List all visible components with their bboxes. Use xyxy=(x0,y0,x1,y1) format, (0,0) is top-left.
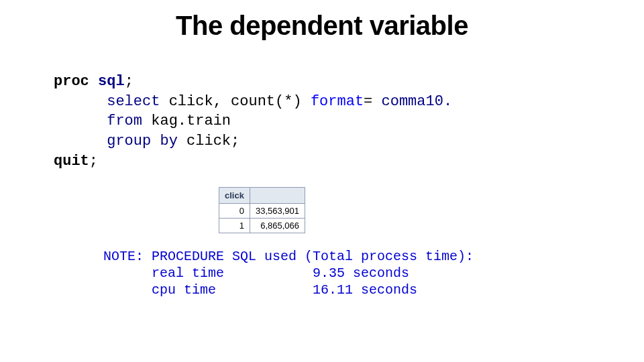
result-table: click 0 33,563,901 1 6,865,066 xyxy=(219,187,305,233)
table-header-row: click xyxy=(219,188,305,204)
log-line: real time 9.35 seconds xyxy=(103,265,409,281)
kw-comma10: comma10. xyxy=(382,93,453,110)
table-header: click xyxy=(219,188,250,204)
table-row: 0 33,563,901 xyxy=(219,204,305,219)
kw-sql: sql xyxy=(98,73,125,90)
indent xyxy=(54,113,107,129)
log-line: cpu time 16.11 seconds xyxy=(103,282,417,298)
table-cell: 6,865,066 xyxy=(250,219,305,233)
kw-format: format xyxy=(311,93,364,110)
table-cell: 0 xyxy=(219,204,250,219)
table-row: 1 6,865,066 xyxy=(219,219,305,233)
code-text: = xyxy=(364,93,381,110)
code-text: click; xyxy=(178,133,239,149)
table-cell: 1 xyxy=(219,219,250,233)
code-text: ; xyxy=(125,73,133,90)
kw-select: select xyxy=(107,93,160,110)
table-cell: 33,563,901 xyxy=(250,204,305,219)
sas-code-block: proc sql; select click, count(*) format=… xyxy=(54,72,644,171)
code-text: click, xyxy=(160,93,231,110)
kw-group: group xyxy=(107,133,151,149)
code-text: ; xyxy=(89,153,98,170)
table-header xyxy=(250,188,305,204)
kw-from: from xyxy=(107,113,142,129)
code-text: count(*) xyxy=(231,93,311,110)
indent xyxy=(54,133,107,149)
indent xyxy=(54,93,107,110)
sas-log: NOTE: PROCEDURE SQL used (Total process … xyxy=(103,248,644,298)
log-line: NOTE: PROCEDURE SQL used (Total process … xyxy=(103,249,474,264)
kw-quit: quit xyxy=(54,153,89,170)
kw-proc: proc xyxy=(54,73,89,90)
code-text: kag.train xyxy=(142,113,231,129)
kw-by: by xyxy=(160,133,177,149)
slide-title: The dependent variable xyxy=(0,11,644,41)
